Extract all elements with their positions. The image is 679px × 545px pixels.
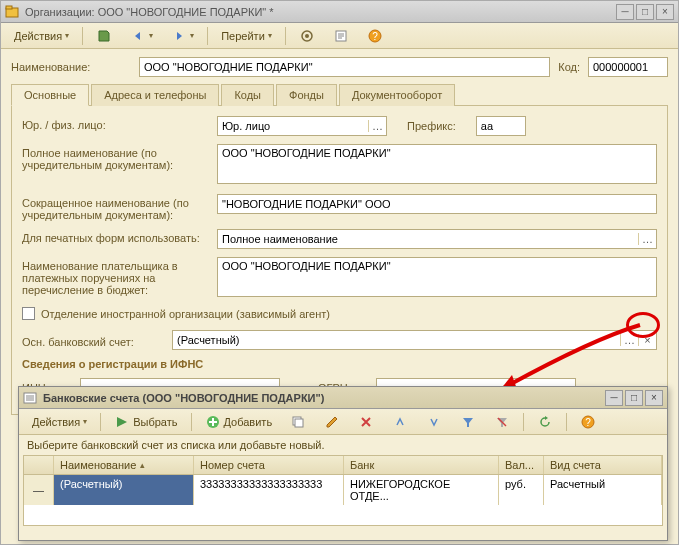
actions-label: Действия xyxy=(14,30,62,42)
col-account[interactable]: Номер счета xyxy=(194,456,344,474)
movedown-button[interactable] xyxy=(419,411,449,433)
filter-off-icon xyxy=(494,414,510,430)
main-window-title: Организации: ООО "НОВОГОДНИЕ ПОДАРКИ" * xyxy=(25,6,274,18)
cell-account: 33333333333333333333 xyxy=(194,475,344,505)
save-icon-button[interactable] xyxy=(89,25,119,47)
ellipsis-icon[interactable]: … xyxy=(368,120,386,132)
cell-name: (Расчетный) xyxy=(54,475,194,505)
row-marker-icon: — xyxy=(24,475,54,505)
close-button[interactable]: × xyxy=(656,4,674,20)
copy-icon xyxy=(290,414,306,430)
child-help-button[interactable]: ? xyxy=(573,411,603,433)
yurfiz-value[interactable] xyxy=(218,118,368,134)
table-row[interactable]: — (Расчетный) 33333333333333333333 НИЖЕГ… xyxy=(24,475,662,505)
help-icon: ? xyxy=(580,414,596,430)
clear-button[interactable]: × xyxy=(638,334,656,346)
settings-button[interactable] xyxy=(292,25,322,47)
hint-text: Выберите банковский счет из списка или д… xyxy=(19,435,667,455)
tab-codes[interactable]: Коды xyxy=(221,84,274,106)
prefix-input[interactable] xyxy=(476,116,526,136)
maximize-button[interactable]: □ xyxy=(636,4,654,20)
cell-currency: руб. xyxy=(499,475,544,505)
svg-text:?: ? xyxy=(585,417,591,428)
printform-label: Для печатных форм использовать: xyxy=(22,229,207,244)
ellipsis-icon[interactable]: … xyxy=(638,233,656,245)
col-name[interactable]: Наименование ▴ xyxy=(54,456,194,474)
select-label: Выбрать xyxy=(133,416,177,428)
yurfiz-select[interactable]: … xyxy=(217,116,387,136)
tab-funds[interactable]: Фонды xyxy=(276,84,337,106)
child-minimize-button[interactable]: ─ xyxy=(605,390,623,406)
org-icon xyxy=(5,5,19,19)
svg-point-3 xyxy=(305,34,309,38)
printform-select[interactable]: … xyxy=(217,229,657,249)
name-input[interactable] xyxy=(139,57,550,77)
add-button[interactable]: Добавить xyxy=(198,411,280,433)
col-name-label: Наименование xyxy=(60,459,136,471)
help-icon: ? xyxy=(367,28,383,44)
filter-button[interactable] xyxy=(453,411,483,433)
child-close-button[interactable]: × xyxy=(645,390,663,406)
shortname-input[interactable] xyxy=(217,194,657,214)
edit-button[interactable] xyxy=(317,411,347,433)
fullname-label: Полное наименование (по учредительным до… xyxy=(22,144,207,171)
printform-value[interactable] xyxy=(218,231,638,247)
arrow-left-icon xyxy=(130,28,146,44)
add-icon xyxy=(205,414,221,430)
select-icon xyxy=(114,414,130,430)
copy-button[interactable] xyxy=(283,411,313,433)
delete-button[interactable] xyxy=(351,411,381,433)
child-title-bar: Банковские счета (ООО "НОВОГОДНИЕ ПОДАРК… xyxy=(19,387,667,409)
chevron-down-icon: ▾ xyxy=(190,31,194,40)
tab-main[interactable]: Основные xyxy=(11,84,89,106)
refresh-button[interactable] xyxy=(530,411,560,433)
arrow-right-icon xyxy=(171,28,187,44)
save-icon xyxy=(96,28,112,44)
foreign-branch-checkbox[interactable] xyxy=(22,307,35,320)
goto-menu[interactable]: Перейти ▾ xyxy=(214,27,279,45)
svg-text:?: ? xyxy=(372,31,378,42)
help-button[interactable]: ? xyxy=(360,25,390,47)
payer-input[interactable] xyxy=(217,257,657,297)
child-window-title: Банковские счета (ООО "НОВОГОДНИЕ ПОДАРК… xyxy=(43,392,324,404)
child-maximize-button[interactable]: □ xyxy=(625,390,643,406)
chevron-down-icon: ▾ xyxy=(149,31,153,40)
col-bank[interactable]: Банк xyxy=(344,456,499,474)
filter-icon xyxy=(460,414,476,430)
forward-button[interactable]: ▾ xyxy=(164,25,201,47)
child-actions-label: Действия xyxy=(32,416,80,428)
grid-header: Наименование ▴ Номер счета Банк Вал... В… xyxy=(24,456,662,475)
back-button[interactable]: ▾ xyxy=(123,25,160,47)
fullname-input[interactable] xyxy=(217,144,657,184)
select-button[interactable]: Выбрать xyxy=(107,411,184,433)
sort-icon xyxy=(392,414,408,430)
bankaccount-select[interactable]: … × xyxy=(172,330,657,350)
ifns-section-title: Сведения о регистрации в ИФНС xyxy=(22,358,657,370)
shortname-label: Сокращенное наименование (по учредительн… xyxy=(22,194,207,221)
child-actions-menu[interactable]: Действия ▾ xyxy=(25,413,94,431)
delete-icon xyxy=(358,414,374,430)
filter-off-button[interactable] xyxy=(487,411,517,433)
child-toolbar: Действия ▾ Выбрать Добавить ? xyxy=(19,409,667,435)
main-title-bar: Организации: ООО "НОВОГОДНИЕ ПОДАРКИ" * … xyxy=(1,1,678,23)
col-marker[interactable] xyxy=(24,456,54,474)
tab-addresses[interactable]: Адреса и телефоны xyxy=(91,84,219,106)
minimize-button[interactable]: ─ xyxy=(616,4,634,20)
tab-docflow[interactable]: Документооборот xyxy=(339,84,455,106)
sort-desc-icon xyxy=(426,414,442,430)
bankaccount-value[interactable] xyxy=(173,332,620,348)
tabs: Основные Адреса и телефоны Коды Фонды До… xyxy=(11,83,668,106)
grid-blank xyxy=(24,505,662,525)
code-input[interactable] xyxy=(588,57,668,77)
moveup-button[interactable] xyxy=(385,411,415,433)
goto-label: Перейти xyxy=(221,30,265,42)
actions-menu[interactable]: Действия ▾ xyxy=(7,27,76,45)
ellipsis-button[interactable]: … xyxy=(620,334,638,346)
refresh-icon xyxy=(537,414,553,430)
cell-type: Расчетный xyxy=(544,475,662,505)
report-button[interactable] xyxy=(326,25,356,47)
col-type[interactable]: Вид счета xyxy=(544,456,662,474)
col-currency[interactable]: Вал... xyxy=(499,456,544,474)
code-label: Код: xyxy=(558,61,580,73)
chevron-down-icon: ▾ xyxy=(65,31,69,40)
